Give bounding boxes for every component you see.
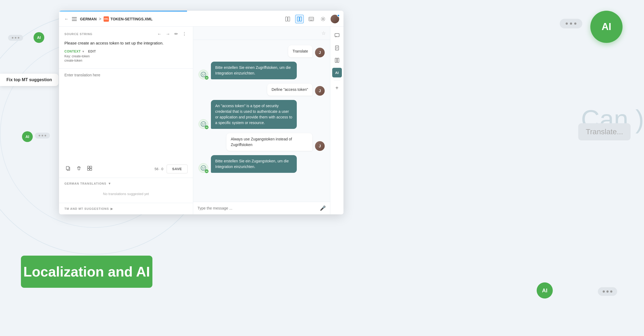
char-count: 56 · 0 (155, 167, 163, 171)
sidebar-divider (334, 80, 340, 80)
bot-ai-badge-1: AI (204, 76, 209, 80)
message-bubble-4: An "access token" is a type of security … (211, 100, 297, 129)
floating-ai-badge-top: AI (34, 32, 44, 43)
message-row-6: AI Bitte erstellen Sie ein Zugangstoken,… (199, 155, 325, 173)
svg-rect-35 (335, 58, 337, 62)
toolbar-actions (283, 15, 339, 23)
svg-point-23 (204, 74, 205, 75)
floating-ai-badge-mid: AI (22, 131, 33, 142)
bottom-right-ai: AI (537, 282, 553, 298)
user-avatar[interactable] (331, 15, 339, 23)
settings-icon[interactable] (319, 15, 327, 23)
context-button[interactable]: CONTEXT ▼ (64, 50, 85, 53)
svg-rect-1 (288, 17, 290, 21)
svg-rect-30 (335, 33, 339, 37)
svg-rect-10 (310, 19, 311, 20)
sidebar-ai-icon[interactable]: AI (332, 68, 342, 77)
dot2 (570, 23, 572, 25)
source-label: SOURCE STRING (64, 32, 93, 36)
context-label: CONTEXT (64, 50, 81, 53)
menu-button[interactable] (72, 17, 77, 21)
keyboard-icon[interactable] (307, 15, 316, 23)
user-avatar-3: J (315, 141, 325, 151)
svg-rect-0 (286, 17, 287, 21)
dot1 (566, 23, 568, 25)
sidebar-book-icon[interactable] (332, 55, 342, 65)
translation-input-section: 56 · 0 SAVE (59, 69, 193, 178)
translation-input[interactable] (64, 73, 188, 162)
next-string-btn[interactable]: → (165, 31, 171, 37)
floating-dots-mid (35, 133, 50, 139)
bot-ai-badge-2: AI (204, 125, 209, 129)
message-row-3: J Define "access token" (199, 84, 325, 96)
tm-suggestions-section: TM AND MT SUGGESTIONS ▶ (59, 203, 193, 214)
svg-rect-19 (87, 169, 89, 170)
dot1 (39, 135, 40, 136)
translation-actions: 56 · 0 SAVE (64, 165, 188, 173)
svg-rect-5 (309, 18, 310, 18)
edit-button[interactable]: EDIT (88, 50, 96, 53)
source-section: SOURCE STRING ← → ✏ ⋮ Please create an a… (59, 27, 193, 69)
svg-rect-11 (312, 19, 312, 20)
bookmark-icon[interactable]: ☆ (321, 30, 326, 36)
svg-rect-13 (310, 20, 313, 21)
fix-suggestion-badge: Fix top MT suggestion (0, 74, 58, 86)
svg-rect-17 (87, 166, 89, 168)
svg-rect-36 (337, 58, 339, 62)
banner-text: Localization and AI (23, 264, 150, 280)
svg-point-22 (202, 74, 203, 75)
more-options-btn[interactable]: ⋮ (181, 31, 188, 37)
message-bubble-3: Define "access token" (267, 84, 312, 96)
toolbar-nav: ← (63, 16, 77, 22)
main-content: SOURCE STRING ← → ✏ ⋮ Please create an a… (59, 27, 343, 214)
user-avatar-1: J (315, 48, 325, 57)
bottom-right-dots (598, 287, 617, 296)
german-translations-label: GERMAN TRANSLATIONS (64, 182, 106, 185)
file-badge: XML TOKEN-SETTINGS.XML (104, 16, 153, 22)
suggestions-expand-arrow[interactable]: ▶ (111, 207, 113, 211)
dot2 (42, 135, 43, 136)
sidebar-doc-icon[interactable] (332, 43, 342, 53)
no-translations-text: No translations suggested yet (64, 189, 188, 199)
bot-avatar-wrapper-2: AI (199, 119, 208, 129)
message-row-5: J Always use Zugangstoken instead of Zug… (199, 133, 325, 151)
source-header: SOURCE STRING ← → ✏ ⋮ (64, 31, 188, 37)
translations-expand-arrow[interactable]: ▼ (108, 182, 111, 185)
svg-point-29 (204, 167, 205, 168)
message-row-4: AI An "access token" is a type of securi… (199, 100, 325, 129)
dot3 (45, 135, 46, 136)
edit-string-btn[interactable]: ✏ (173, 31, 179, 37)
browser-toolbar: ← GERMAN > XML TOKEN-SETTINGS.XML (59, 12, 343, 27)
mic-icon[interactable]: 🎤 (320, 205, 326, 211)
svg-rect-9 (309, 19, 310, 20)
expand-icon[interactable] (86, 165, 93, 173)
sidebar-chat-icon[interactable] (332, 31, 342, 40)
breadcrumb: GERMAN > XML TOKEN-SETTINGS.XML (80, 16, 280, 22)
file-icon: XML (104, 16, 109, 22)
delete-icon[interactable] (75, 165, 83, 173)
context-bar: CONTEXT ▼ EDIT (64, 50, 188, 53)
context-key: Key: create-token (64, 54, 188, 58)
message-bubble-2: Bitte erstellen Sie einen Zugriffstoken,… (211, 62, 297, 79)
back-button[interactable]: ← (63, 16, 70, 22)
dot2 (606, 290, 609, 293)
breadcrumb-separator: > (99, 17, 101, 21)
message-bubble-1: Translate (288, 45, 312, 57)
chat-input-area: 🎤 (193, 202, 330, 214)
save-button[interactable]: SAVE (167, 165, 188, 173)
panel-toggle-1[interactable] (283, 15, 292, 23)
panel-toggle-2[interactable] (295, 15, 304, 23)
chat-input[interactable] (197, 206, 317, 210)
svg-rect-12 (313, 19, 313, 20)
sidebar-plus-icon[interactable]: + (332, 83, 342, 93)
context-dropdown-arrow: ▼ (82, 50, 85, 53)
prev-string-btn[interactable]: ← (156, 31, 163, 37)
svg-point-28 (202, 167, 203, 168)
green-banner: Localization and AI (21, 256, 152, 288)
dot3 (574, 23, 576, 25)
copy-icon[interactable] (64, 165, 72, 173)
message-row-2: AI Bitte erstellen Sie einen Zugriffstok… (199, 62, 325, 79)
dot3 (610, 290, 612, 293)
user-avatar-2: J (315, 86, 325, 96)
tm-suggestions-label: TM AND MT SUGGESTIONS (64, 207, 109, 210)
